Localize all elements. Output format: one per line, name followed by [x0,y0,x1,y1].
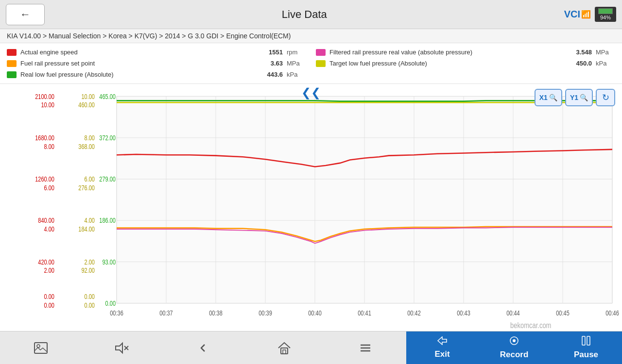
record-icon [509,336,519,348]
legend-name-0: Actual engine speed [20,49,252,56]
svg-text:4.00: 4.00 [44,226,54,233]
legend-unit-0: rpm [287,49,306,56]
legend-item-4: Target low fuel pressure (Absolute) 450.… [316,58,615,68]
main-content: KIA V14.00 > Manual Selection > Korea > … [0,29,622,331]
battery-pct: 94% [600,15,611,20]
legend-value-4: 450.0 [565,60,592,67]
svg-text:00:37: 00:37 [159,310,173,317]
svg-text:00:43: 00:43 [457,310,470,317]
svg-text:10.00: 10.00 [81,93,95,100]
y-zoom-icon: 🔍 [580,94,588,101]
svg-text:1260.00: 1260.00 [35,176,54,183]
legend-item-2: Real low fuel pressure (Absolute) 443.6 … [7,69,306,80]
svg-rect-74 [587,336,590,345]
legend-value-0: 1551 [256,49,283,56]
page-title: Live Data [282,8,327,21]
back-nav-icon[interactable] [162,331,243,364]
x1-label: X1 [539,94,548,101]
svg-text:2.00: 2.00 [85,258,95,266]
pause-icon [582,336,590,348]
svg-text:840.00: 840.00 [38,217,54,225]
svg-text:00:38: 00:38 [209,310,223,317]
nav-icons [0,331,406,364]
svg-text:8.00: 8.00 [85,134,95,142]
svg-text:460.00: 460.00 [78,101,95,109]
chart-area: ❮❮ X1 🔍 Y1 🔍 ↻ [0,84,622,331]
svg-text:00:36: 00:36 [110,310,123,317]
pause-label: Pause [574,350,598,360]
svg-text:0.00: 0.00 [105,300,116,308]
legend-name-2: Real low fuel pressure (Absolute) [20,71,252,78]
y1-zoom-button[interactable]: Y1 🔍 [565,89,593,106]
svg-text:0.00: 0.00 [44,301,54,309]
svg-text:0.00: 0.00 [85,301,95,309]
action-buttons: Exit Record Pause [406,331,622,364]
scroll-up-button[interactable]: ❮❮ [301,86,321,99]
svg-text:186.00: 186.00 [99,217,116,225]
svg-text:420.00: 420.00 [38,258,54,266]
svg-rect-60 [35,343,47,353]
legend-color-4 [316,60,326,67]
header-right: VCI 📶 94% [564,7,616,22]
svg-text:93.00: 93.00 [102,258,116,266]
home-nav-icon[interactable] [244,331,325,364]
record-label: Record [500,350,529,360]
svg-text:372.00: 372.00 [99,134,116,142]
svg-text:00:41: 00:41 [358,310,371,317]
gallery-nav-icon[interactable] [0,331,81,364]
svg-text:00:42: 00:42 [407,310,421,317]
legend-unit-3: MPa [596,49,615,56]
svg-rect-66 [283,350,286,354]
svg-text:465.00: 465.00 [99,93,116,100]
legend-name-4: Target low fuel pressure (Absolute) [329,60,561,67]
back-icon: ← [20,8,31,21]
svg-text:8.00: 8.00 [44,143,54,150]
legend-unit-1: MPa [287,60,306,67]
svg-text:00:44: 00:44 [506,310,520,317]
zoom-controls: X1 🔍 Y1 🔍 ↻ [535,89,615,106]
legend-item-0: Actual engine speed 1551 rpm [7,47,306,57]
svg-text:6.00: 6.00 [44,184,54,192]
svg-text:2100.00: 2100.00 [35,93,54,100]
legend-color-2 [7,71,17,78]
volume-nav-icon[interactable] [81,331,162,364]
battery-indicator: 94% [595,7,616,22]
exit-button[interactable]: Exit [406,331,478,364]
back-button[interactable]: ← [6,4,45,25]
svg-text:4.00: 4.00 [85,217,95,225]
refresh-button[interactable]: ↻ [596,89,615,106]
legend-spacer [316,69,615,80]
legend-value-2: 443.6 [256,71,283,78]
watermark: bekomcar.com [510,321,551,330]
pause-button[interactable]: Pause [550,331,622,364]
legend-color-1 [7,60,17,67]
svg-point-72 [513,339,516,342]
legend-color-3 [316,49,326,56]
svg-text:2.00: 2.00 [44,267,54,275]
svg-text:00:39: 00:39 [259,310,272,317]
legend-panel: Actual engine speed 1551 rpm Filtered ra… [0,43,622,84]
svg-text:279.00: 279.00 [99,176,116,183]
svg-text:0.00: 0.00 [85,293,95,301]
svg-text:92.00: 92.00 [81,267,95,275]
menu-nav-icon[interactable] [325,331,406,364]
legend-color-0 [7,49,17,56]
chart-svg: 2100.00 10.00 1680.00 8.00 1260.00 6.00 … [0,84,622,331]
app-header: ← Live Data VCI 📶 94% [0,0,622,29]
breadcrumb: KIA V14.00 > Manual Selection > Korea > … [0,29,622,43]
legend-unit-2: kPa [287,71,306,78]
legend-item-3: Filtered rail pressure real value (absol… [316,47,615,57]
battery-bar [598,8,613,14]
vci-logo: VCI 📶 [564,9,591,20]
refresh-icon: ↻ [602,92,609,103]
x1-zoom-button[interactable]: X1 🔍 [535,89,562,106]
bottom-nav: Exit Record Pause [0,331,622,364]
svg-text:10.00: 10.00 [41,101,54,109]
svg-rect-73 [582,336,585,345]
record-button[interactable]: Record [478,331,550,364]
wifi-icon: 📶 [581,10,591,19]
legend-value-3: 3.548 [565,49,592,56]
legend-item-1: Fuel rail pressure set point 3.63 MPa [7,58,306,68]
svg-text:184.00: 184.00 [78,226,95,233]
y1-label: Y1 [570,94,578,101]
